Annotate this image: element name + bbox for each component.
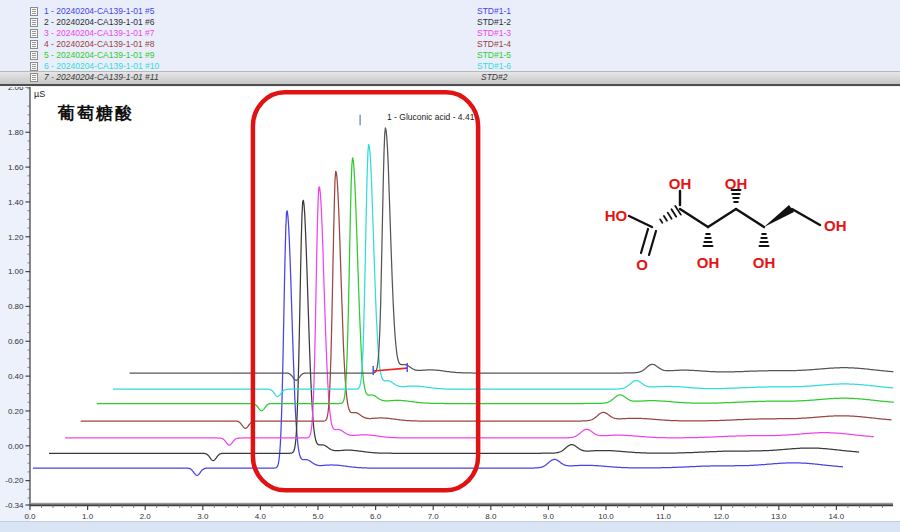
y-tick-label: 0.00 [8, 442, 24, 451]
chromatogram-plot: 2.061.801.601.401.201.000.800.600.400.20… [0, 87, 900, 532]
y-tick-label: 2.06 [8, 87, 24, 92]
legend-sample-name: 3 - 20240204-CA139-1-01 #7 [44, 28, 155, 39]
x-tick-label: 4.0 [255, 512, 267, 521]
bond [660, 219, 662, 222]
x-tick-label: 10.0 [598, 512, 614, 521]
x-tick-label: 3.0 [197, 512, 209, 521]
chromatogram-icon [30, 18, 38, 27]
bond [792, 209, 820, 225]
peak-label: 1 - Gluconic acid - 4.41 [387, 112, 474, 122]
y-tick-label: 0.20 [8, 407, 24, 416]
x-tick-label: 1.0 [82, 512, 94, 521]
legend-sample-name: 5 - 20240204-CA139-1-01 #9 [44, 50, 155, 61]
y-tick-label: 1.40 [8, 198, 24, 207]
legend-sample-name: 1 - 20240204-CA139-1-01 #5 [44, 6, 155, 17]
ho-label: HO [605, 207, 628, 224]
x-tick-label: 9.0 [543, 512, 555, 521]
bond [708, 209, 736, 227]
y-tick-label: 1.60 [8, 163, 24, 172]
legend-row-2[interactable]: 2 - 20240204-CA139-1-01 #6STD#1-2 [0, 17, 900, 28]
legend-row-7[interactable]: 7 - 20240204-CA139-1-01 #11STD#2 [0, 71, 900, 84]
y-tick-label: 1.20 [8, 233, 24, 242]
carbonyl-o-label: O [636, 256, 648, 273]
chromatogram-icon [30, 73, 38, 82]
bond [641, 229, 648, 253]
y-tick-label: 0.40 [8, 372, 24, 381]
oh-label: OH [753, 254, 776, 271]
y-axis-unit: µS [34, 89, 45, 99]
x-tick-label: 12.0 [713, 512, 729, 521]
bottom-strip [0, 521, 900, 532]
bond [629, 216, 652, 227]
x-tick-label: 7.0 [428, 512, 440, 521]
legend-std-label: STD#1-4 [477, 39, 511, 50]
wedge-bond [764, 205, 794, 227]
legend-std-label: STD#1-1 [477, 6, 511, 17]
y-tick-label: 0.80 [8, 302, 24, 311]
legend-row-3[interactable]: 3 - 20240204-CA139-1-01 #7STD#1-3 [0, 28, 900, 39]
y-tick-label: -0.20 [5, 476, 24, 485]
x-tick-label: 6.0 [370, 512, 382, 521]
legend-row-5[interactable]: 5 - 20240204-CA139-1-01 #9STD#1-5 [0, 50, 900, 61]
x-tick-label: 13.0 [771, 512, 787, 521]
y-tick-label: 1.80 [8, 128, 24, 137]
bond [668, 213, 672, 219]
legend-sample-name: 4 - 20240204-CA139-1-01 #8 [44, 39, 155, 50]
plot-background [30, 87, 900, 521]
x-tick-label: 5.0 [312, 512, 324, 521]
chromatogram-icon [30, 62, 38, 71]
y-tick-label: 1.00 [8, 267, 24, 276]
chromatogram-icon [30, 29, 38, 38]
legend-sample-name: 2 - 20240204-CA139-1-01 #6 [44, 17, 155, 28]
oh-label: OH [824, 217, 847, 234]
chromatogram-icon [30, 7, 38, 16]
plot-title: 葡萄糖酸 [58, 102, 134, 125]
chromatography-window: 1 - 20240204-CA139-1-01 #5STD#1-12 - 202… [0, 0, 900, 532]
chromatogram-icon [30, 40, 38, 49]
x-tick-label: 2.0 [140, 512, 152, 521]
y-tick-label: 0.60 [8, 337, 24, 346]
x-tick-label: 11.0 [656, 512, 672, 521]
x-tick-label: 0.0 [24, 512, 36, 521]
legend-sample-name: 7 - 20240204-CA139-1-01 #11 [44, 72, 159, 83]
bond [680, 209, 708, 227]
legend-std-label: STD#1-5 [477, 50, 511, 61]
sample-legend: 1 - 20240204-CA139-1-01 #5STD#1-12 - 202… [0, 0, 900, 86]
legend-row-1[interactable]: 1 - 20240204-CA139-1-01 #5STD#1-1 [0, 6, 900, 17]
x-tick-label: 14.0 [829, 512, 845, 521]
bond [736, 209, 764, 227]
bond [671, 209, 676, 216]
bond [649, 231, 656, 255]
y-tick-label: -0.34 [5, 501, 24, 510]
oh-label: OH [697, 254, 720, 271]
x-tick-label: 8.0 [485, 512, 497, 521]
oh-label: OH [669, 175, 692, 192]
legend-std-label: STD#1-3 [477, 28, 511, 39]
bond [664, 216, 667, 221]
chromatogram-icon [30, 51, 38, 60]
legend-std-label: STD#1-2 [477, 17, 511, 28]
oh-label: OH [725, 175, 748, 192]
gluconic-acid-structure: HOOOHOHOHOHOH [596, 158, 886, 288]
legend-std-label: STD#2 [481, 72, 507, 83]
legend-row-4[interactable]: 4 - 20240204-CA139-1-01 #8STD#1-4 [0, 39, 900, 50]
